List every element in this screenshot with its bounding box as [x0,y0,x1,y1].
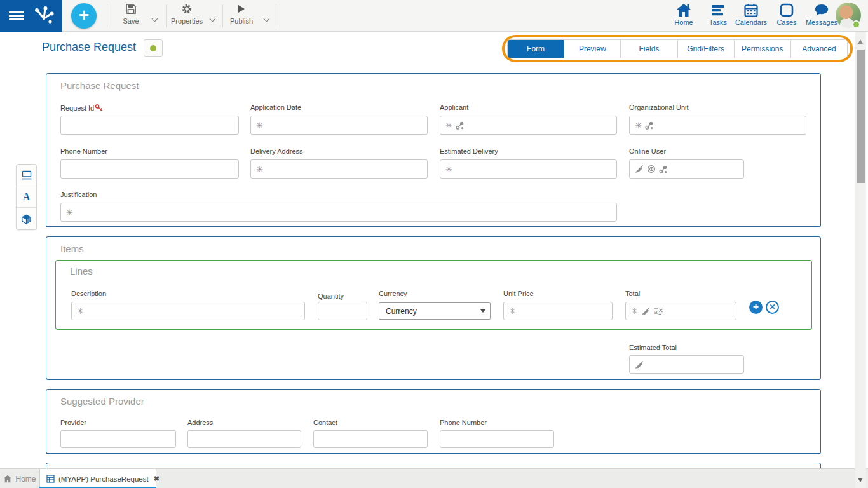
field-label-application-date: Application Date [250,104,301,111]
bottom-tab-label: (MYAPP) PurchaseRequest [58,475,149,483]
field-label-online-user: Online User [629,147,666,155]
key-icon [95,104,103,112]
nav-tasks-label: Tasks [709,18,727,26]
field-label-organizational-unit: Organizational Unit [629,104,689,111]
field-contact[interactable] [313,430,428,448]
bottom-tab-active-form[interactable]: (MYAPP) PurchaseRequest ✖ [39,469,156,488]
required-icon: ✳ [445,121,452,130]
top-bar: + Save Properties [0,0,868,32]
tab-permissions[interactable]: Permissions [735,40,791,58]
field-label-request-id: Request Id [60,104,103,112]
required-icon: ✳ [256,121,263,130]
nav-calendars[interactable]: Calendars [733,3,769,26]
section-title: Suggested Provider [60,396,144,407]
field-quantity[interactable] [318,302,367,320]
text-control-button[interactable]: A [17,186,36,208]
nav-cases[interactable]: Cases [769,3,804,26]
remove-row-button[interactable]: ✕ [766,301,779,314]
currency-selected-value: Currency [386,307,417,316]
designer-toolbox: A [16,164,37,230]
data-binding-icon [645,121,653,130]
section-title: Items [60,243,84,254]
properties-dropdown-chevron-icon[interactable] [210,12,215,24]
lines-table-group: Lines Description Quantity Currency Unit… [55,260,812,330]
field-delivery-address[interactable]: ✳ [250,159,428,179]
readonly-icon [641,307,650,316]
tab-grid-filters[interactable]: Grid/Filters [678,40,735,58]
vertical-scrollbar[interactable] [855,32,866,488]
app-logo-icon [33,6,56,26]
data-binding-icon [659,165,667,173]
scrollbar-thumb[interactable] [857,50,865,183]
scroll-down-arrow-icon[interactable] [858,478,863,482]
new-item-button[interactable]: + [71,3,97,29]
field-request-id[interactable] [60,116,239,135]
toolbar-divider [107,4,107,27]
section-title: Purchase Request [60,80,139,91]
data-binding-icon [456,121,464,130]
tab-form[interactable]: Form [508,40,564,58]
field-applicant[interactable]: ✳ [440,116,617,135]
section-suggested-provider: Suggested Provider Provider Address Cont… [46,389,821,454]
hamburger-menu-icon[interactable] [9,10,24,22]
visible-icon [647,165,656,173]
field-label-delivery-address: Delivery Address [250,147,303,155]
publish-play-icon [236,3,247,15]
field-label-address: Address [187,419,213,426]
close-icon[interactable]: ✖ [154,475,159,483]
save-dropdown-chevron-icon[interactable] [153,12,157,24]
nav-tasks[interactable]: Tasks [700,3,736,26]
nav-home[interactable]: Home [666,3,702,26]
field-unit-price[interactable]: ✳ [503,302,613,320]
svg-text:a: a [654,308,658,315]
status-green-dot-icon [150,45,156,51]
tab-fields[interactable]: Fields [621,40,677,58]
tasks-icon [710,3,726,17]
add-row-button[interactable]: + [749,301,763,314]
home-icon [3,475,12,483]
widget-control-button[interactable] [17,208,36,229]
save-button[interactable]: Save [114,3,147,29]
field-sp-phone-number[interactable] [440,430,554,448]
field-phone-number[interactable] [60,159,239,179]
field-provider[interactable] [60,430,176,448]
properties-label: Properties [171,17,203,25]
bottom-tab-home[interactable]: Home [0,469,39,488]
gear-icon [181,3,193,15]
field-address[interactable] [187,430,301,448]
field-description[interactable]: ✳ [71,302,305,320]
save-label: Save [123,17,139,25]
field-organizational-unit[interactable]: ✳ [629,116,806,135]
chevron-down-icon [480,309,485,313]
properties-button[interactable]: Properties [168,3,206,29]
field-estimated-total[interactable] [629,355,744,374]
tab-advanced[interactable]: Advanced [791,40,847,58]
scroll-up-arrow-icon[interactable] [858,39,863,44]
screen-control-button[interactable] [17,165,36,186]
field-justification[interactable]: ✳ [60,203,617,222]
field-online-user[interactable] [629,159,744,179]
required-icon: ✳ [631,307,638,315]
field-estimated-delivery[interactable]: ✳ [440,159,617,179]
monitor-icon [21,170,32,180]
field-label-applicant: Applicant [440,104,468,111]
nav-messages-label: Messages [806,18,837,26]
nav-messages[interactable]: Messages [804,3,839,26]
field-label-justification: Justification [60,191,97,198]
publish-dropdown-chevron-icon[interactable] [264,12,269,24]
form-document-icon [46,475,55,483]
save-icon [125,3,137,15]
tab-preview[interactable]: Preview [564,40,621,58]
home-icon [676,3,691,17]
form-designer-window: + Save Properties [0,0,868,488]
field-label-unit-price: Unit Price [503,290,534,297]
form-status-button[interactable] [144,39,163,57]
calendar-icon [744,3,758,17]
required-icon: ✳ [77,307,84,315]
field-currency-select[interactable]: Currency [379,302,491,320]
field-application-date[interactable]: ✳ [250,116,428,135]
field-total[interactable]: ✳ a [625,302,736,320]
publish-button[interactable]: Publish [226,3,257,29]
field-label-contact: Contact [313,419,337,426]
field-label-currency: Currency [379,290,407,297]
